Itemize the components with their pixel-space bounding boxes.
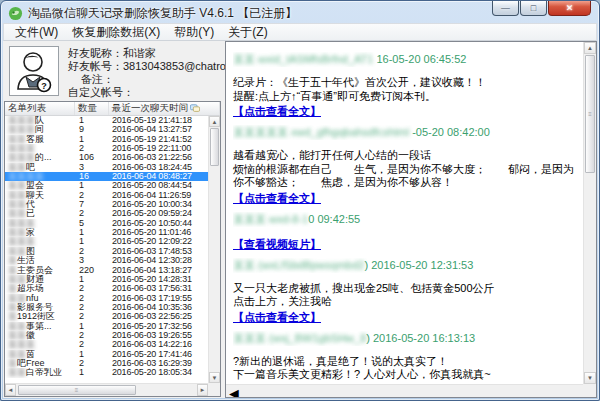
minimize-button[interactable]: — bbox=[492, 1, 519, 16]
left-pane: ? 好友昵称：和谐家 好友帐号：3813043853@chatroom 备注： … bbox=[3, 41, 222, 398]
message-time: 2016-05-20 12:31:53 bbox=[371, 259, 473, 271]
list-row[interactable]: 某某某12016-05-20 12:09:22 bbox=[5, 237, 208, 246]
view-full-text-link[interactable]: 【查看视频短片】 bbox=[233, 237, 321, 251]
contact-vertical-scrollbar[interactable]: ▲ ▼ bbox=[208, 116, 220, 383]
contact-hscroll-thumb[interactable]: ≡ bbox=[18, 385, 136, 395]
contact-last-chat-time: 2016-05-20 08:44:54 bbox=[109, 181, 208, 190]
contact-rows: 某某某队12016-05-19 21:41:18某某某间92016-06-04 … bbox=[5, 116, 208, 396]
contact-name: 某生活 bbox=[5, 256, 75, 265]
contact-last-chat-time: 2016-05-19 22:11:00 bbox=[109, 144, 208, 153]
app-window: 淘晶微信聊天记录删除恢复助手 V4.6.1 【已注册】 — □ ✕ 文件(W) … bbox=[0, 0, 600, 401]
list-row[interactable]: 某某盟会12016-05-20 08:44:54 bbox=[5, 181, 208, 190]
contact-name: 某某某 bbox=[5, 144, 75, 153]
contact-last-chat-time: 2016-05-19 21:41:18 bbox=[109, 116, 208, 125]
contact-name: 某某徽 bbox=[5, 331, 75, 340]
list-row[interactable]: 某某客服12016-05-19 21:41:52 bbox=[5, 135, 208, 144]
list-row[interactable]: 某某某队12016-05-19 21:41:18 bbox=[5, 116, 208, 125]
contact-name: 某某图 bbox=[5, 247, 75, 256]
close-button[interactable]: ✕ bbox=[548, 1, 591, 16]
list-row[interactable]: 某某家12016-05-20 11:01:46 bbox=[5, 228, 208, 237]
chat-vertical-scrollbar[interactable]: ▲ ≡ ▼ bbox=[583, 42, 596, 384]
list-row[interactable]: 某某某的...1062016-06-03 21:22:56 bbox=[5, 153, 208, 162]
list-row[interactable]: 某某某22016-05-19 22:11:00 bbox=[5, 144, 208, 153]
list-row[interactable]: 某超乐场22016-06-03 17:56:31 bbox=[5, 284, 208, 293]
scroll-down-icon[interactable]: ▼ bbox=[584, 372, 596, 384]
menu-file[interactable]: 文件(W) bbox=[8, 23, 65, 42]
menu-help[interactable]: 帮助(Y) bbox=[167, 23, 221, 42]
remark-row: 备注： bbox=[68, 73, 241, 86]
chat-message: 某某 (wxLfSbdBpwsqmbd2) 2016-05-20 12:31:5… bbox=[233, 258, 576, 324]
chat-vscroll-thumb[interactable]: ≡ bbox=[585, 55, 595, 173]
app-logo-icon bbox=[8, 6, 23, 21]
list-row[interactable]: 某某徽22016-06-03 19:26:55 bbox=[5, 331, 208, 340]
contact-last-chat-time: 2016-06-04 13:18:27 bbox=[109, 266, 208, 275]
scrollbar-corner bbox=[208, 383, 220, 396]
contact-last-chat-time: 2016-05-20 10:50:44 bbox=[109, 219, 208, 228]
contact-name: 某某某某 bbox=[5, 172, 75, 181]
column-header-count[interactable]: 数量 bbox=[75, 102, 109, 115]
list-row[interactable]: 某1912街区22016-06-03 22:56:25 bbox=[5, 312, 208, 321]
contact-name: 某某白帝乳业 bbox=[5, 368, 75, 377]
contact-name: 某某茵 bbox=[5, 350, 75, 359]
menu-recover-deleted-data[interactable]: 恢复删除数据(X) bbox=[65, 23, 167, 42]
list-row[interactable]: 某某白帝乳业12016-05-20 18:05:34 bbox=[5, 368, 208, 377]
list-row[interactable]: 某主委员会2202016-06-04 13:18:27 bbox=[5, 266, 208, 275]
contact-name: 某某吧 bbox=[5, 163, 75, 172]
list-row[interactable]: 某某财通12016-05-20 14:28:31 bbox=[5, 275, 208, 284]
contact-name: 某某已 bbox=[5, 209, 75, 218]
chat-pane: 某某 wxid_tASMfsBrfnd_AT1 16-05-20 06:45:5… bbox=[225, 41, 597, 398]
list-row[interactable]: 某某图22016-06-03 17:48:53 bbox=[5, 247, 208, 256]
contact-name: 某某家 bbox=[5, 228, 75, 237]
contact-name: 某某某间 bbox=[5, 125, 75, 134]
menu-about[interactable]: 关于(Z) bbox=[221, 23, 274, 42]
contact-name: 某超乐场 bbox=[5, 284, 75, 293]
list-row[interactable]: 某某聊天22016-06-04 11:26:59 bbox=[5, 191, 208, 200]
chat-horizontal-scrollbar[interactable]: ◄ ≡ ► bbox=[226, 384, 583, 397]
list-row[interactable]: 某某茵12016-05-20 17:41:46 bbox=[5, 350, 208, 359]
contact-name: 某某某 bbox=[5, 340, 75, 349]
main-content: ? 好友昵称：和谐家 好友帐号：3813043853@chatroom 备注： … bbox=[3, 41, 597, 398]
friend-profile: ? 好友昵称：和谐家 好友帐号：3813043853@chatroom 备注： … bbox=[3, 41, 222, 99]
list-row[interactable]: 某某事第...12016-05-20 17:32:56 bbox=[5, 322, 208, 331]
contact-name: 某吧Free bbox=[5, 359, 75, 368]
contact-last-chat-time: 2016-05-19 21:41:52 bbox=[109, 135, 208, 144]
list-row[interactable]: 某影服务号22016-06-04 10:35:36 bbox=[5, 303, 208, 312]
message-header: 某某某 wxd-8-10 09:42:55 bbox=[233, 212, 576, 227]
list-row[interactable]: 某吧Free22016-06-03 16:29:39 bbox=[5, 359, 208, 368]
message-time: 09:42:55 bbox=[317, 213, 360, 225]
view-full-text-link[interactable]: 【点击查看全文】 bbox=[233, 104, 321, 118]
list-row[interactable]: 某某代72016-05-20 10:00:34 bbox=[5, 200, 208, 209]
message-body: ?新出的退休谣，真是绝了！说的太真实了！下一篇音乐美文更精彩！? 人心对人心，你… bbox=[233, 355, 576, 382]
list-row[interactable]: 某某某22016-06-03 14:22:16 bbox=[5, 340, 208, 349]
scroll-down-icon[interactable]: ▼ bbox=[209, 372, 220, 383]
list-row[interactable]: 某生活32016-06-04 12:30:28 bbox=[5, 256, 208, 265]
scroll-left-icon[interactable]: ◄ bbox=[5, 384, 16, 396]
contact-last-chat-time: 2016-06-03 18:24:45 bbox=[109, 163, 208, 172]
scroll-up-icon[interactable]: ▲ bbox=[209, 116, 220, 127]
contact-last-chat-time: 2016-06-04 13:27:57 bbox=[109, 125, 208, 134]
maximize-button[interactable]: □ bbox=[520, 1, 547, 16]
list-row[interactable]: 某某某间92016-06-04 13:27:57 bbox=[5, 125, 208, 134]
list-row[interactable]: 某某某某162016-06-04 08:48:27 bbox=[5, 172, 208, 181]
contact-last-chat-time: 2016-06-03 21:22:56 bbox=[109, 153, 208, 162]
contact-vscroll-thumb[interactable] bbox=[210, 128, 219, 166]
list-row[interactable]: 某某某52016-05-20 10:50:44 bbox=[5, 219, 208, 228]
view-full-text-link[interactable]: 【点击查看全文】 bbox=[233, 310, 321, 324]
chat-message: 某某 wxid_tASMfsBrfnd_AT1 16-05-20 06:45:5… bbox=[233, 52, 576, 118]
message-time: 16-05-20 06:45:52 bbox=[376, 53, 466, 65]
contact-last-chat-time: 2016-05-20 17:41:46 bbox=[109, 350, 208, 359]
contact-last-chat-time: 2016-05-20 10:00:34 bbox=[109, 200, 208, 209]
scroll-right-icon[interactable]: ► bbox=[197, 384, 208, 396]
title-bar[interactable]: 淘晶微信聊天记录删除恢复助手 V4.6.1 【已注册】 — □ ✕ bbox=[1, 1, 599, 23]
list-row[interactable]: 某某已22016-05-20 09:59:24 bbox=[5, 209, 208, 218]
scroll-up-icon[interactable]: ▲ bbox=[584, 42, 596, 54]
list-row[interactable]: 某某吧32016-06-03 18:24:45 bbox=[5, 163, 208, 172]
scroll-left-icon[interactable]: ◄ bbox=[226, 385, 445, 398]
column-header-name[interactable]: 名单列表 bbox=[5, 102, 75, 115]
contact-list: 名单列表 数量 最近一次聊天时间 某某某队12016-05-19 21:41:1… bbox=[4, 101, 221, 397]
message-header: 某某某 (wxj_BW1gbSHw_8) 2016-05-20 16:13:13 bbox=[233, 331, 576, 346]
view-full-text-link[interactable]: 【点击查看全文】 bbox=[233, 191, 321, 205]
column-header-last-chat-time[interactable]: 最近一次聊天时间 bbox=[109, 102, 220, 115]
list-row[interactable]: 某某nfu22016-06-03 17:19:55 bbox=[5, 294, 208, 303]
contact-horizontal-scrollbar[interactable]: ◄ ≡ ► bbox=[5, 383, 208, 396]
